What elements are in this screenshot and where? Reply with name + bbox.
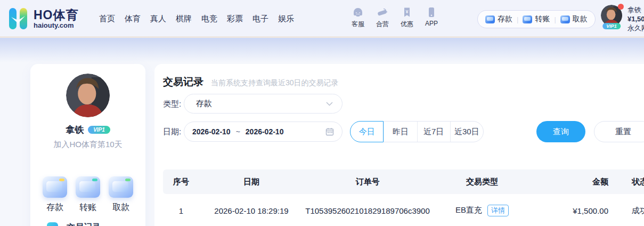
brand-logo-icon (7, 7, 29, 30)
divider: | (554, 15, 556, 23)
transfer-label: 转账 (535, 14, 550, 24)
app-icon (426, 6, 437, 18)
type-select[interactable]: 存款 (184, 94, 343, 114)
range-30days-button[interactable]: 近30日 (450, 122, 483, 142)
sidebar-deposit-label: 存款 (46, 202, 63, 213)
user-account-area[interactable]: VIP1 拿铁 ¥1,501 永久网 (601, 5, 644, 33)
customer-service-icon (352, 6, 364, 18)
date-range-input[interactable]: 2026-02-10 ~ 2026-02-10 (184, 122, 343, 142)
range-today-button[interactable]: 今日 (350, 121, 384, 142)
chevron-down-icon (326, 102, 333, 106)
profile-sidebar: 拿铁 VIP1 加入HO体育第10天 存款 转账 取款 交易记录 (30, 64, 145, 226)
partnership-label: 合营 (376, 20, 389, 29)
wallet-quick-actions: 存款 | 转账 | 取款 (477, 10, 596, 28)
sidebar-menu-item-transactions[interactable]: 交易记录 (47, 222, 101, 226)
withdraw-label: 取款 (573, 14, 588, 24)
deposit-label: 存款 (498, 14, 512, 24)
th-amount: 金额 (533, 170, 616, 194)
nav-item-live[interactable]: 真人 (150, 14, 166, 24)
search-button[interactable]: 查询 (536, 121, 585, 142)
top-navbar: HO体育 haiouty.com 首页 体育 真人 棋牌 电竞 彩票 电子 娱乐… (0, 0, 644, 37)
reset-button[interactable]: 重置 (594, 121, 644, 142)
user-extra: 永久网 (627, 23, 644, 33)
avatar-photo (66, 74, 110, 117)
brand-logo[interactable]: HO体育 haiouty.com (7, 7, 79, 30)
nav-item-sports[interactable]: 体育 (125, 14, 141, 24)
range-yesterday-button[interactable]: 昨日 (384, 122, 417, 142)
page-subtitle: 当前系统支持查询最近30日的交易记录 (211, 78, 339, 88)
cell-type: EB直充详情 (431, 194, 533, 226)
cell-order-no: T1053952602101829189706c3900 (304, 194, 431, 226)
th-date: 日期 (199, 170, 304, 194)
page-title: 交易记录 (163, 75, 203, 89)
transaction-type-text: EB直充 (455, 205, 482, 214)
user-balance: ¥1,501 (627, 14, 644, 23)
type-select-value: 存款 (184, 99, 212, 109)
nav-item-slots[interactable]: 电子 (252, 14, 268, 24)
partnership-icon (377, 6, 388, 18)
main-nav: 首页 体育 真人 棋牌 电竞 彩票 电子 娱乐 (99, 0, 294, 37)
notification-dot (618, 4, 624, 10)
table-row: 1 2026-02-10 18:29:19 T10539526021018291… (163, 194, 644, 226)
sidebar-wallet-actions: 存款 转账 取款 (40, 176, 136, 213)
transactions-menu-icon (47, 222, 58, 226)
cell-amount: ¥1,500.00 (533, 194, 616, 226)
customer-service-label: 客服 (352, 20, 364, 29)
user-info: 拿铁 ¥1,501 永久网 (627, 5, 644, 33)
partnership-button[interactable]: 合营 (373, 6, 392, 29)
brand-text: HO体育 haiouty.com (34, 9, 79, 29)
sidebar-withdraw-label: 取款 (112, 202, 129, 213)
withdraw-icon (560, 15, 570, 23)
sidebar-vip-badge: VIP1 (88, 126, 110, 134)
promo-button[interactable]: ¥ 优惠 (398, 6, 416, 29)
panel-header: 交易记录 当前系统支持查询最近30日的交易记录 (163, 75, 339, 89)
nav-item-home[interactable]: 首页 (99, 14, 115, 24)
brand-domain: haiouty.com (34, 21, 79, 29)
date-from-value: 2026-02-10 (192, 127, 231, 136)
cell-date: 2026-02-10 18:29:19 (199, 194, 304, 226)
calendar-icon (325, 127, 334, 136)
sidebar-transfer-label: 转账 (79, 202, 96, 213)
app-download-button[interactable]: APP (422, 6, 441, 29)
deposit-button[interactable]: 存款 (485, 14, 512, 24)
date-filter-label: 日期: (163, 127, 181, 137)
hero-gradient (0, 38, 644, 62)
nav-item-chess[interactable]: 棋牌 (176, 14, 192, 24)
transactions-menu-label: 交易记录 (67, 222, 101, 226)
withdraw-button[interactable]: 取款 (560, 14, 588, 24)
sidebar-deposit-button[interactable]: 存款 (40, 176, 70, 213)
transfer-icon (523, 15, 532, 23)
user-name: 拿铁 (627, 5, 644, 14)
nav-item-lottery[interactable]: 彩票 (227, 14, 243, 24)
brand-title: HO体育 (34, 9, 79, 21)
transactions-table: 序号 日期 订单号 交易类型 金额 状态 1 2026-02-10 18:29:… (163, 170, 644, 226)
customer-service-button[interactable]: 客服 (349, 6, 367, 29)
sidebar-withdraw-button[interactable]: 取款 (106, 176, 136, 213)
nav-item-esports[interactable]: 电竞 (201, 14, 217, 24)
promo-icon: ¥ (401, 6, 413, 18)
deposit-cube-icon (43, 176, 67, 198)
withdraw-cube-icon (109, 176, 133, 198)
app-label: APP (425, 20, 438, 27)
th-status: 状态 (616, 170, 644, 194)
detail-link[interactable]: 详情 (487, 205, 509, 216)
promo-label: 优惠 (401, 20, 413, 29)
page: HO体育 haiouty.com 首页 体育 真人 棋牌 电竞 彩票 电子 娱乐… (0, 0, 644, 226)
cell-status: 成功 (616, 194, 644, 226)
sidebar-name-row: 拿铁 VIP1 (66, 124, 110, 136)
th-index: 序号 (163, 170, 199, 194)
cell-index: 1 (163, 194, 199, 226)
table-header-row: 序号 日期 订单号 交易类型 金额 状态 (163, 170, 644, 194)
quick-range-group: 今日 昨日 近7日 近30日 (350, 121, 484, 142)
user-avatar[interactable]: VIP1 (601, 5, 622, 26)
range-7days-button[interactable]: 近7日 (417, 122, 450, 142)
sidebar-transfer-button[interactable]: 转账 (73, 176, 103, 213)
nav-item-entertainment[interactable]: 娱乐 (278, 14, 294, 24)
sidebar-username: 拿铁 (66, 124, 84, 136)
utility-menu: 客服 合营 ¥ 优惠 APP (349, 6, 441, 29)
sidebar-avatar (66, 74, 110, 117)
th-type: 交易类型 (431, 170, 533, 194)
transfer-button[interactable]: 转账 (523, 14, 550, 24)
date-to-value: 2026-02-10 (246, 127, 284, 136)
joined-days-text: 加入HO体育第10天 (53, 140, 122, 150)
